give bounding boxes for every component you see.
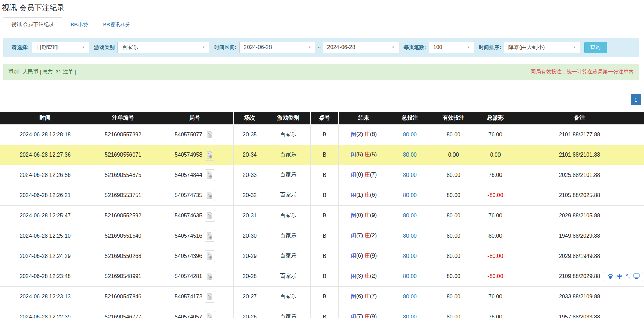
payout-value: 76.00	[488, 294, 502, 299]
col-header-result: 结果	[339, 112, 389, 124]
total-bet-link[interactable]: 80.00	[403, 273, 417, 279]
game-type-cell: 百家乐	[266, 205, 311, 226]
player-score: (6)	[356, 293, 363, 299]
banker-score: (7)	[370, 172, 377, 178]
valid-bet-notice-text: 同局有效投注，统一计算在该局第一张注单内	[531, 69, 634, 75]
total-bet-link[interactable]: 80.00	[403, 132, 417, 137]
player-score: (1)	[356, 192, 363, 198]
result-cell: 闲(6) 庄(7)	[339, 286, 389, 307]
player-label: 闲	[351, 172, 356, 178]
total-bet-link[interactable]: 80.00	[403, 253, 417, 259]
tab-bb-tips[interactable]: BB小费	[63, 18, 95, 32]
video-replay-icon[interactable]	[205, 271, 215, 282]
table-no-cell: B	[311, 124, 339, 145]
video-replay-icon[interactable]	[205, 129, 215, 140]
film-document-icon	[207, 192, 213, 199]
table-row: 2024-06-28 12:26:56 521690554875 5405748…	[0, 165, 644, 185]
payout-value: -80.00	[487, 192, 503, 198]
player-score: (7)	[356, 232, 363, 238]
col-header-game-type: 游戏类别	[266, 112, 311, 124]
video-replay-icon[interactable]	[205, 210, 215, 222]
chevron-down-icon: ▼	[78, 42, 89, 53]
time-cell: 2024-06-28 12:23:48	[0, 266, 90, 286]
video-replay-icon[interactable]	[205, 190, 215, 201]
bet-id-cell: 521690554875	[90, 165, 156, 185]
table-row: 2024-06-28 12:23:48 521690548991 5405742…	[0, 266, 644, 286]
bet-id-cell: 521690548991	[90, 266, 156, 286]
result-cell: 闲(5) 庄(5)	[339, 145, 389, 165]
page-title: 视讯 会员下注纪录	[2, 3, 644, 13]
video-replay-icon[interactable]	[205, 291, 215, 303]
total-bet-link[interactable]: 80.00	[403, 152, 417, 158]
player-score: (2)	[356, 131, 363, 137]
tab-betting-records[interactable]: 视讯 会员下注纪录	[2, 17, 63, 32]
currency-total-text: 币别 : 人民币 | 总共 :31 注单 |	[8, 69, 76, 75]
bet-id-cell: 521690553751	[90, 185, 156, 205]
video-replay-icon[interactable]	[205, 250, 215, 262]
quote-icon[interactable]: °,	[626, 274, 630, 279]
page-1-button[interactable]: 1	[631, 94, 641, 105]
table-no-cell: B	[311, 145, 339, 165]
time-cell: 2024-06-28 12:23:13	[0, 286, 90, 307]
payout-cell: 76.00	[476, 165, 515, 185]
film-document-icon	[207, 171, 213, 179]
table-no-cell: B	[311, 286, 339, 307]
summary-bar: 币别 : 人民币 | 总共 :31 注单 | 同局有效投注，统一计算在该局第一张…	[3, 64, 639, 80]
banker-score: (8)	[370, 131, 377, 137]
search-button[interactable]: 查询	[584, 42, 607, 53]
player-score: (0)	[356, 212, 363, 218]
date-from-value: 2024-06-28	[240, 44, 276, 50]
result-cell: 闲(7) 庄(9)	[339, 307, 389, 318]
time-cell: 2024-06-28 12:28:18	[0, 124, 90, 145]
translate-zh-icon[interactable]: 中	[617, 274, 622, 279]
query-type-label: 请选择:	[12, 44, 29, 51]
payout-value: 76.00	[488, 172, 502, 178]
total-bet-link[interactable]: 80.00	[403, 294, 417, 299]
valid-bet-cell: 80.00	[431, 307, 476, 318]
total-bet-link[interactable]: 80.00	[403, 192, 417, 198]
total-bet-link[interactable]: 80.00	[403, 172, 417, 178]
note-cell: 2033.88/2109.88	[515, 286, 644, 307]
time-sort-label: 时间排序:	[479, 44, 501, 51]
paw-icon[interactable]	[607, 273, 613, 280]
round-id-cell: 540574635	[156, 205, 234, 226]
time-sort-value: 降幂(由大到小)	[504, 44, 549, 51]
date-to-select[interactable]: 2024-06-28 ▼	[323, 42, 399, 53]
note-cell: 2029.88/2105.88	[515, 205, 644, 226]
valid-bet-cell: 80.00	[431, 286, 476, 307]
screen-icon[interactable]	[633, 273, 640, 280]
session-cell: 20-35	[234, 124, 266, 145]
bet-id-cell: 521690551540	[90, 226, 156, 246]
banker-score: (9)	[370, 314, 377, 318]
player-label: 闲	[351, 232, 356, 238]
date-from-select[interactable]: 2024-06-28 ▼	[239, 42, 315, 53]
table-no-cell: B	[311, 205, 339, 226]
tab-bb-points[interactable]: BB视讯积分	[95, 18, 138, 32]
note-cell: 2101.88/2177.88	[515, 124, 644, 145]
time-sort-select[interactable]: 降幂(由大到小) ▼	[504, 42, 580, 53]
banker-label: 庄	[365, 232, 370, 238]
col-header-round-id: 局号	[156, 112, 234, 124]
player-score: (3)	[356, 273, 363, 279]
page-size-select[interactable]: 100 ▼	[429, 42, 474, 53]
note-cell: 2101.88/2101.88	[515, 145, 644, 165]
total-bet-link[interactable]: 80.00	[403, 233, 417, 239]
total-bet-cell: 80.00	[389, 205, 431, 226]
player-label: 闲	[351, 293, 356, 299]
query-type-select[interactable]: 日期查询 ▼	[32, 42, 89, 53]
banker-label: 庄	[365, 212, 370, 218]
video-replay-icon[interactable]	[205, 230, 215, 242]
game-type-select[interactable]: 百家乐 ▼	[117, 42, 209, 53]
table-row: 2024-06-28 12:25:47 521690552592 5405746…	[0, 205, 644, 226]
total-bet-link[interactable]: 80.00	[403, 213, 417, 218]
video-replay-icon[interactable]	[205, 311, 215, 318]
total-bet-link[interactable]: 80.00	[403, 314, 417, 318]
banker-label: 庄	[365, 314, 370, 318]
video-replay-icon[interactable]	[205, 149, 215, 161]
player-label: 闲	[351, 253, 356, 259]
banker-score: (7)	[370, 293, 377, 299]
player-score: (0)	[356, 172, 363, 178]
session-cell: 20-30	[234, 226, 266, 246]
note-value: 2105.88/2025.88	[559, 192, 600, 198]
video-replay-icon[interactable]	[205, 169, 215, 181]
